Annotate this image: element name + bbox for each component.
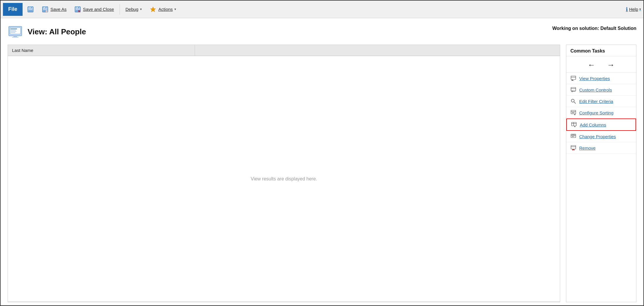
table-footer-line [8, 302, 560, 302]
task-custom-controls-label: Custom Controls [579, 87, 612, 92]
task-custom-controls[interactable]: Custom Controls [566, 84, 636, 96]
task-change-properties[interactable]: Change Properties [566, 131, 636, 142]
svg-point-33 [571, 99, 574, 102]
table-body: View results are displayed here. [8, 56, 560, 302]
actions-icon [149, 6, 157, 13]
tasks-list: View Properties Custom Controls [566, 73, 636, 154]
task-add-columns-label: Add Columns [580, 122, 606, 127]
task-add-columns[interactable]: Add Columns [566, 119, 636, 131]
svg-marker-16 [150, 7, 156, 12]
debug-label: Debug [125, 7, 138, 12]
svg-rect-35 [571, 110, 576, 114]
content-row: Last Name View results are displayed her… [8, 45, 636, 302]
tasks-panel-title: Common Tasks [566, 45, 636, 56]
toolbar: File × Save As [1, 1, 643, 18]
file-button[interactable]: File [3, 3, 23, 16]
add-columns-icon [571, 122, 577, 128]
save-as-button[interactable]: × Save As [38, 3, 70, 16]
tasks-nav-row: ← → [566, 56, 636, 73]
footer-line [1, 305, 643, 305]
svg-rect-29 [571, 87, 576, 91]
view-properties-icon [570, 75, 576, 81]
help-button[interactable]: ℹ Help ▾ [626, 6, 641, 13]
solution-label: Working on solution: Default Solution [552, 26, 636, 31]
svg-rect-23 [13, 36, 17, 37]
svg-text:×: × [46, 10, 47, 12]
tasks-panel: Common Tasks ← → View Pr [566, 45, 636, 302]
table-area: Last Name View results are displayed her… [8, 45, 560, 302]
custom-controls-icon [570, 87, 576, 93]
svg-rect-50 [571, 146, 576, 149]
svg-rect-20 [11, 30, 16, 31]
svg-rect-21 [11, 31, 16, 32]
svg-rect-2 [28, 10, 33, 12]
svg-rect-25 [571, 76, 576, 80]
page-title-area: View: All People [8, 24, 86, 39]
svg-rect-24 [12, 37, 18, 38]
edit-filter-icon [570, 98, 576, 104]
task-change-properties-label: Change Properties [579, 134, 616, 139]
svg-rect-19 [11, 28, 17, 29]
help-icon: ℹ [626, 6, 628, 13]
save-as-icon: × [42, 6, 49, 13]
remove-icon [570, 145, 576, 151]
actions-arrow: ▾ [174, 7, 176, 11]
svg-rect-22 [11, 32, 15, 33]
task-configure-sorting-label: Configure Sorting [579, 110, 614, 115]
task-configure-sorting[interactable]: Configure Sorting [566, 107, 636, 119]
task-view-properties[interactable]: View Properties [566, 73, 636, 84]
debug-arrow: ▾ [140, 7, 142, 11]
help-label: Help [629, 7, 638, 12]
page-header: View: All People Working on solution: De… [8, 24, 636, 39]
svg-rect-40 [572, 122, 576, 126]
actions-button[interactable]: Actions ▾ [146, 3, 179, 16]
svg-rect-3 [30, 7, 30, 8]
actions-label: Actions [158, 7, 173, 12]
task-edit-filter-label: Edit Filter Criteria [579, 99, 613, 104]
svg-rect-27 [572, 80, 573, 81]
save-icon [27, 6, 34, 13]
help-arrow: ▾ [639, 7, 641, 11]
main-wrapper: View: All People Working on solution: De… [1, 18, 643, 305]
svg-rect-7 [44, 7, 45, 8]
nav-forward-button[interactable]: → [607, 60, 615, 70]
nav-back-button[interactable]: ← [588, 60, 595, 70]
debug-button[interactable]: Debug ▾ [122, 3, 145, 16]
save-as-label: Save As [50, 7, 67, 12]
empty-message: View results are displayed here. [251, 176, 317, 182]
task-remove-label: Remove [579, 146, 596, 151]
task-view-properties-label: View Properties [579, 76, 610, 81]
change-properties-icon [570, 133, 576, 139]
table-header-row: Last Name [8, 45, 560, 56]
save-close-button[interactable]: Save and Close [71, 3, 117, 16]
task-remove[interactable]: Remove [566, 142, 636, 154]
save-close-label: Save and Close [83, 7, 114, 12]
save-close-icon [74, 6, 81, 13]
page-title: View: All People [28, 27, 86, 36]
svg-rect-28 [573, 80, 574, 81]
col-last-name: Last Name [8, 45, 195, 56]
svg-line-34 [574, 102, 576, 104]
save-button[interactable] [24, 3, 37, 16]
col-empty [195, 45, 560, 56]
configure-sorting-icon [570, 110, 576, 116]
page-icon [8, 24, 23, 39]
separator-1 [120, 4, 120, 15]
svg-rect-13 [77, 7, 78, 8]
task-edit-filter[interactable]: Edit Filter Criteria [566, 96, 636, 107]
